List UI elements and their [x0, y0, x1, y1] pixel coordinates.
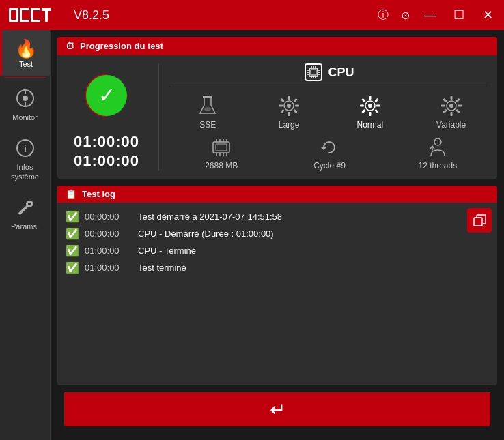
svg-rect-66	[456, 109, 460, 113]
status-area: ✓ 01:00:00 01:00:00	[66, 65, 148, 170]
svg-point-38	[287, 104, 291, 108]
sidebar-item-infos[interactable]: i Infossystème	[0, 129, 50, 188]
svg-rect-54	[374, 98, 378, 102]
svg-rect-68	[216, 144, 227, 151]
memory-label: 2688 MB	[205, 161, 238, 171]
svg-rect-40	[288, 112, 290, 116]
svg-rect-39	[288, 96, 290, 100]
log-check-icon-0: ✅	[66, 210, 79, 223]
log-header-icon: 📋	[66, 189, 76, 199]
gear-normal-icon	[359, 94, 382, 117]
cpu-info-area: CPU SSE	[158, 63, 489, 171]
close-button[interactable]: ✕	[479, 7, 496, 23]
flask-icon	[196, 94, 219, 117]
log-time-3: 01:00:00	[85, 263, 132, 273]
svg-rect-65	[443, 109, 447, 113]
log-message-1: CPU - Démarré (Durée : 01:00:00)	[138, 229, 274, 239]
svg-rect-59	[450, 96, 452, 100]
worker-icon	[427, 136, 449, 158]
variable-label: Variable	[436, 120, 466, 130]
log-check-icon-2: ✅	[66, 244, 79, 257]
progress-header-label: Progression du test	[80, 41, 163, 51]
stat-sse: SSE	[170, 94, 246, 130]
camera-icon[interactable]: ⊙	[401, 9, 410, 22]
monitor-icon	[16, 89, 35, 111]
svg-rect-56	[374, 109, 378, 113]
cpu-title: CPU	[170, 63, 489, 87]
log-message-3: Test terminé	[138, 263, 186, 273]
svg-rect-1	[11, 10, 16, 20]
svg-rect-11	[31, 20, 38, 22]
svg-rect-61	[441, 105, 445, 107]
svg-rect-60	[450, 112, 452, 116]
app-logo: V8.2.5	[8, 5, 109, 25]
sidebar-divider-1	[5, 77, 44, 78]
stat-large: Large	[251, 94, 327, 130]
svg-rect-52	[376, 105, 380, 107]
info-icon[interactable]: ⓘ	[378, 8, 389, 23]
detail-memory: 2688 MB	[170, 136, 272, 171]
log-time-2: 01:00:00	[85, 246, 132, 256]
svg-rect-80	[474, 218, 482, 226]
svg-point-78	[434, 138, 441, 145]
svg-rect-13	[45, 8, 48, 22]
cpu-stats-row: SSE	[170, 94, 489, 130]
test-log-section: 📋 Test log ✅ 00:00:00 Test démarré à 202…	[57, 186, 497, 385]
svg-rect-45	[280, 109, 284, 113]
svg-rect-5	[20, 8, 27, 10]
log-message-0: Test démarré à 2021-07-07 14:51:58	[138, 211, 282, 222]
svg-point-58	[449, 104, 453, 108]
log-message-2: CPU - Terminé	[138, 246, 196, 256]
maximize-button[interactable]: ☐	[451, 7, 467, 23]
svg-rect-51	[360, 105, 364, 107]
cycle-label: Cycle #9	[313, 161, 346, 171]
sidebar: 🔥 Test Monitor i Infossystè	[0, 30, 51, 440]
cpu-label: CPU	[328, 65, 354, 80]
log-entry-3: ✅ 01:00:00 Test terminé	[66, 259, 489, 276]
wrench-icon	[16, 198, 35, 220]
svg-rect-41	[279, 105, 283, 107]
main-layout: 🔥 Test Monitor i Infossystè	[0, 30, 504, 440]
log-header: 📋 Test log	[57, 186, 497, 203]
log-check-icon-3: ✅	[66, 261, 79, 274]
progress-header: ⏱ Progression du test	[57, 37, 497, 55]
timer-display: 01:00:00 01:00:00	[74, 133, 139, 170]
svg-rect-6	[20, 20, 27, 22]
svg-rect-46	[293, 109, 297, 113]
content-area: ⏱ Progression du test	[51, 30, 504, 440]
log-entry-0: ✅ 00:00:00 Test démarré à 2021-07-07 14:…	[66, 208, 489, 225]
timer-total: 01:00:00	[74, 152, 139, 170]
action-bar[interactable]: ↵	[64, 392, 490, 426]
app-version: V8.2.5	[74, 8, 109, 23]
svg-rect-43	[280, 98, 284, 102]
cpu-details-row: 2688 MB Cycle #9	[170, 136, 489, 171]
progress-body: ✓ 01:00:00 01:00:00	[57, 55, 497, 179]
svg-rect-50	[369, 112, 371, 116]
svg-rect-62	[458, 105, 462, 107]
detail-cycle: Cycle #9	[278, 136, 380, 171]
svg-rect-55	[361, 109, 365, 113]
sse-label: SSE	[199, 120, 216, 130]
cpu-chip-icon	[305, 63, 322, 81]
svg-rect-22	[311, 70, 316, 75]
gear-large-icon	[277, 94, 300, 117]
cycle-icon	[318, 136, 340, 158]
svg-rect-10	[31, 8, 38, 10]
log-body: ✅ 00:00:00 Test démarré à 2021-07-07 14:…	[57, 203, 497, 385]
action-icon: ↵	[270, 398, 285, 421]
threads-label: 12 threads	[418, 161, 457, 171]
svg-rect-4	[22, 10, 31, 20]
sidebar-item-monitor[interactable]: Monitor	[0, 79, 50, 129]
minimize-button[interactable]: —	[422, 7, 438, 23]
log-header-label: Test log	[82, 189, 115, 199]
chip-icon	[210, 136, 232, 158]
copy-log-button[interactable]	[467, 208, 492, 233]
sidebar-infos-label: Infossystème	[11, 163, 39, 181]
svg-point-15	[23, 96, 28, 101]
stat-variable: Variable	[413, 94, 489, 130]
sidebar-item-params[interactable]: Params.	[0, 188, 50, 238]
svg-rect-44	[293, 98, 297, 102]
svg-rect-63	[443, 98, 447, 102]
sidebar-item-test[interactable]: 🔥 Test	[0, 30, 50, 76]
log-check-icon-1: ✅	[66, 227, 79, 240]
